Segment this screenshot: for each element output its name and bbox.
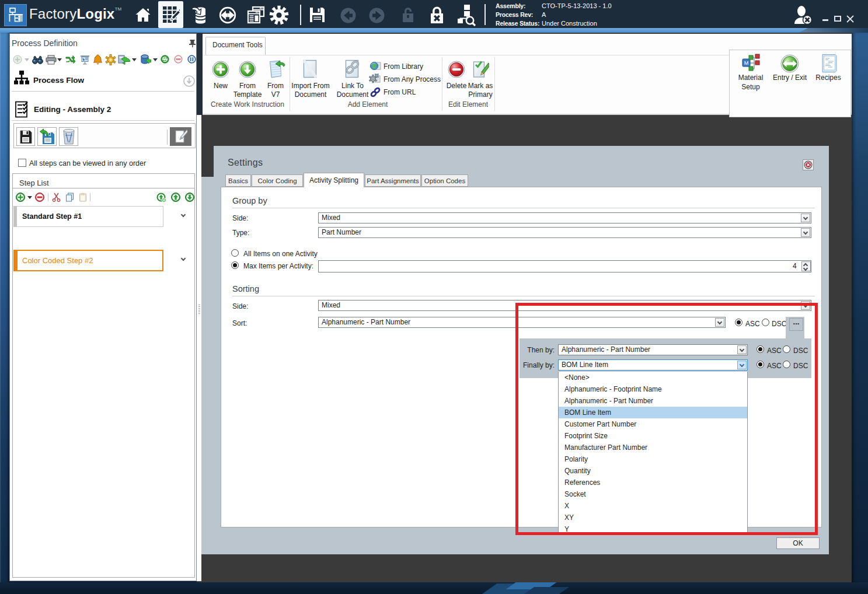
svg-text:M: M: [744, 60, 749, 66]
